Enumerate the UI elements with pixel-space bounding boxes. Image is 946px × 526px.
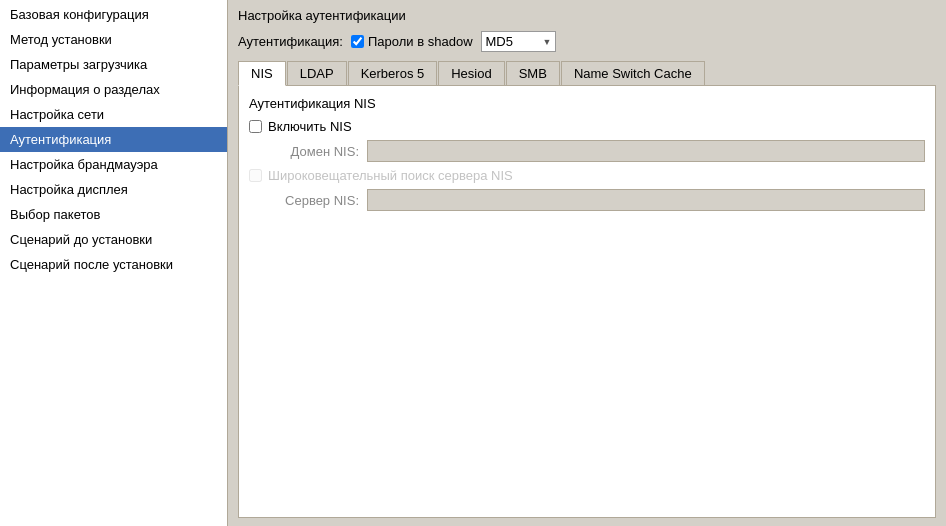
enable-nis-checkbox[interactable] — [249, 120, 262, 133]
sidebar-item-network-config[interactable]: Настройка сети — [0, 102, 227, 127]
domain-row: Домен NIS: — [249, 140, 925, 162]
section-title: Настройка аутентификации — [238, 8, 936, 23]
tab-hesiod[interactable]: Hesiod — [438, 61, 504, 86]
server-input[interactable] — [367, 189, 925, 211]
tab-panel: Аутентификация NIS Включить NIS Домен NI… — [238, 85, 936, 518]
nis-panel-title: Аутентификация NIS — [249, 96, 925, 111]
server-label: Сервер NIS: — [249, 193, 359, 208]
domain-label: Домен NIS: — [249, 144, 359, 159]
main-content: Настройка аутентификации Аутентификация:… — [228, 0, 946, 526]
sidebar: Базовая конфигурацияМетод установкиПарам… — [0, 0, 228, 526]
sidebar-item-partition-info[interactable]: Информация о разделах — [0, 77, 227, 102]
domain-input[interactable] — [367, 140, 925, 162]
shadow-checkbox[interactable] — [351, 35, 364, 48]
shadow-label: Пароли в shadow — [368, 34, 473, 49]
tab-kerberos5[interactable]: Kerberos 5 — [348, 61, 438, 86]
tab-name-switch-cache[interactable]: Name Switch Cache — [561, 61, 705, 86]
server-row: Сервер NIS: — [249, 189, 925, 211]
sidebar-item-boot-params[interactable]: Параметры загрузчика — [0, 52, 227, 77]
sidebar-item-firewall-config[interactable]: Настройка брандмауэра — [0, 152, 227, 177]
auth-label: Аутентификация: — [238, 34, 343, 49]
nis-form: Включить NIS Домен NIS: Широковещательны… — [249, 119, 925, 211]
auth-row: Аутентификация: Пароли в shadow MD5 SHA2… — [238, 31, 936, 52]
md5-dropdown-wrap: MD5 SHA256 SHA512 — [481, 31, 556, 52]
tab-nis[interactable]: NIS — [238, 61, 286, 86]
enable-nis-label: Включить NIS — [268, 119, 352, 134]
broadcast-label: Широковещательный поиск сервера NIS — [268, 168, 513, 183]
broadcast-checkbox[interactable] — [249, 169, 262, 182]
sidebar-item-post-install-script[interactable]: Сценарий после установки — [0, 252, 227, 277]
sidebar-item-package-selection[interactable]: Выбор пакетов — [0, 202, 227, 227]
hash-dropdown[interactable]: MD5 SHA256 SHA512 — [481, 31, 556, 52]
sidebar-item-display-config[interactable]: Настройка дисплея — [0, 177, 227, 202]
tab-smb[interactable]: SMB — [506, 61, 560, 86]
sidebar-item-base-config[interactable]: Базовая конфигурация — [0, 2, 227, 27]
sidebar-item-install-method[interactable]: Метод установки — [0, 27, 227, 52]
enable-nis-row: Включить NIS — [249, 119, 925, 134]
tab-ldap[interactable]: LDAP — [287, 61, 347, 86]
shadow-checkbox-wrapper: Пароли в shadow — [351, 34, 473, 49]
sidebar-item-pre-install-script[interactable]: Сценарий до установки — [0, 227, 227, 252]
broadcast-row: Широковещательный поиск сервера NIS — [249, 168, 925, 183]
sidebar-item-authentication[interactable]: Аутентификация — [0, 127, 227, 152]
tabs-bar: NISLDAPKerberos 5HesiodSMBName Switch Ca… — [238, 60, 936, 85]
